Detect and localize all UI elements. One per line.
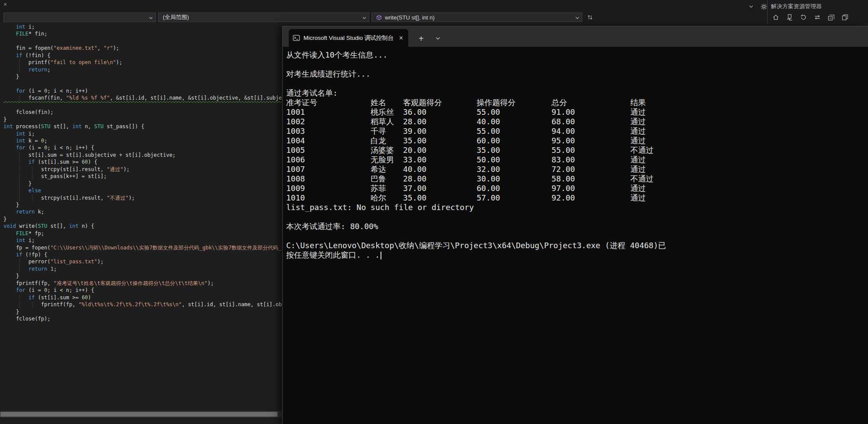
new-tab-button[interactable]: + [419,34,424,43]
code-line: return 1; [3,265,282,272]
indent-guide [32,301,32,307]
gear-icon[interactable] [760,3,768,10]
console-table-cell: 83.00 [552,155,630,165]
code-line: if (!fin) { [3,52,282,59]
chevron-down-icon[interactable] [747,3,755,10]
console-table-cell: 1001 [286,107,371,117]
editor-navigation-bar: (全局范围) write(STU st[], int n) [0,12,767,23]
console-table-cell: 1006 [286,155,371,165]
console-table-cell: 通过 [630,184,868,193]
refresh-icon[interactable] [800,13,807,21]
horizontal-scrollbar[interactable] [0,411,282,418]
console-cursor [381,252,381,259]
console-table-cell: 39.00 [403,126,477,136]
titlebar-controls [747,3,768,10]
indent-guide [19,259,20,265]
code-line: else [3,187,282,194]
close-icon[interactable]: × [1,0,9,8]
console-table-cell: 准考证号 [286,98,371,107]
scrollbar-thumb[interactable] [0,412,278,417]
code-line: } [3,272,282,279]
chevron-down-icon [575,15,580,22]
console-table-cell: 1008 [286,174,371,184]
member-dropdown-label: write(STU st[], int n) [385,14,435,21]
code-line: st_pass[k++] = st[i]; [3,173,282,180]
debug-console-window: Microsoft Visual Studio 调试控制台 × + 从文件读入1… [282,26,868,424]
code-line: int i; [3,130,282,137]
code-line: int process(STU st[], int n, STU st_pass… [3,123,282,130]
console-output[interactable]: 从文件读入10个考生信息... 对考生成绩进行统计... 通过考试名单:准考证号… [283,47,868,424]
console-table-cell: 1003 [286,126,371,136]
code-editor[interactable]: int i; FILE* fin; fin = fopen("examinee.… [0,23,282,418]
console-table-cell: 不通过 [630,174,868,184]
console-table-row: 1007希达40.0032.0072.00通过 [286,165,868,174]
console-table-cell: 58.00 [552,174,630,184]
console-table-cell: 68.00 [552,117,630,126]
code-line: fp = fopen("C:\\Users\\冯韬\\Downloads\\实验… [3,244,282,251]
console-line [286,231,868,241]
console-table-cell: 1005 [286,146,371,155]
console-table-cell: 总分 [552,98,630,107]
console-line: C:\Users\Lenovo\Desktop\收纳\编程学习\Project3… [286,241,868,250]
code-line: FILE* fp; [3,230,282,237]
console-line [286,60,868,69]
show-all-files-icon[interactable] [841,13,849,21]
code-line: fclose(fin); [3,109,282,116]
console-table-cell: 千寻 [371,126,403,136]
console-line: 对考生成绩进行统计... [286,69,868,79]
tab-dropdown-icon[interactable] [435,36,441,41]
console-table-cell: 40.00 [403,165,477,174]
swap-icon[interactable] [813,13,821,21]
console-table-cell: 1004 [286,136,371,146]
console-table-row: 1005汤婆婆20.0035.0055.00不通过 [286,146,868,155]
code-line: } [3,180,282,187]
console-table-cell: 55.00 [552,146,630,155]
console-table-cell: 97.00 [552,184,630,193]
code-line: return; [3,66,282,73]
code-line: int i; [3,23,282,30]
code-line: strcpy(st[i].result, "不通过"); [3,194,282,201]
code-line [3,81,282,87]
code-line: } [3,201,282,208]
code-line: fclose(fp); [3,315,282,322]
sync-with-active-document-icon[interactable] [786,13,794,21]
console-table-cell: 苏菲 [371,184,403,193]
console-table-cell: 通过 [630,193,868,203]
scope-dropdown-label: (全局范围) [163,13,189,21]
code-line: fprintf(fp, "%ld\t%s\t%.2f\t%.2f\t%.2f\t… [3,301,282,308]
console-table-row: 1008巴鲁28.0030.0058.00不通过 [286,174,868,184]
solution-explorer-title: 解决方案资源管理器 [771,3,822,10]
console-table-cell: 35.00 [477,146,552,155]
code-line [3,38,282,45]
console-table-cell: 哈尔 [371,193,403,203]
scope-dropdown[interactable]: (全局范围) [158,13,369,22]
code-line [3,102,282,109]
console-table-cell: 20.00 [403,146,477,155]
console-table-cell: 1007 [286,165,371,174]
code-line: printf("fail to open file\n"); [3,59,282,66]
console-table-cell: 92.00 [552,193,630,203]
console-table-row: 1001桃乐丝36.0055.0091.00通过 [286,107,868,117]
navbar-options-icon[interactable] [586,13,594,21]
home-icon[interactable] [772,13,780,21]
project-dropdown[interactable] [3,13,156,22]
console-table-cell: 1009 [286,184,371,193]
close-tab-icon[interactable]: × [398,34,404,42]
console-table-row: 1009苏菲37.0060.0097.00通过 [286,184,868,193]
code-line: if (st[i].sum >= 60) [3,294,282,301]
indent-guide [19,266,20,272]
console-table-cell: 55.00 [477,107,552,117]
indent-guide [19,67,20,73]
console-table-cell: 28.00 [403,174,477,184]
collapse-all-icon[interactable] [827,13,835,21]
console-table-cell: 希达 [371,165,403,174]
console-table-cell: 35.00 [403,136,477,146]
member-dropdown[interactable]: write(STU st[], int n) [371,13,582,22]
code-line: for (i = 0; i < n; i++) { [3,144,282,151]
console-table-cell: 72.00 [552,165,630,174]
code-line: } [3,308,282,315]
code-line: perror("list_pass.txt"); [3,258,282,265]
console-tab[interactable]: Microsoft Visual Studio 调试控制台 × [289,29,408,47]
indent-guide [19,188,20,194]
console-tab-title: Microsoft Visual Studio 调试控制台 [303,34,394,42]
